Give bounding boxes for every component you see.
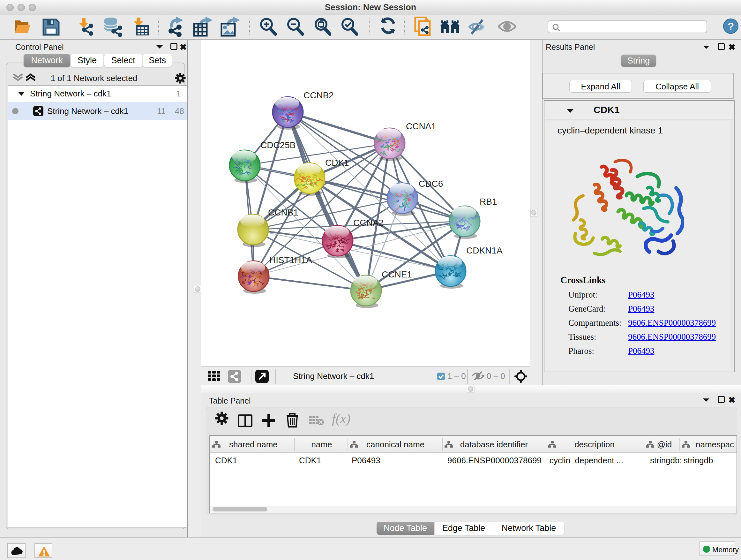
svg-text:HIST1H1A: HIST1H1A — [269, 255, 312, 265]
svg-text:RB1: RB1 — [480, 197, 497, 206]
svg-text:CCNB1: CCNB1 — [268, 207, 298, 217]
svg-text:CDKN1A: CDKN1A — [466, 246, 502, 255]
svg-text:CDK1: CDK1 — [325, 158, 349, 168]
svg-text:CCNE1: CCNE1 — [382, 269, 412, 279]
svg-text:CDC6: CDC6 — [419, 179, 443, 189]
svg-text:CCNB2: CCNB2 — [304, 90, 334, 100]
svg-text:CCNA1: CCNA1 — [406, 121, 436, 131]
svg-text:CCNA2: CCNA2 — [353, 218, 384, 228]
svg-text:CDC25B: CDC25B — [260, 140, 295, 150]
